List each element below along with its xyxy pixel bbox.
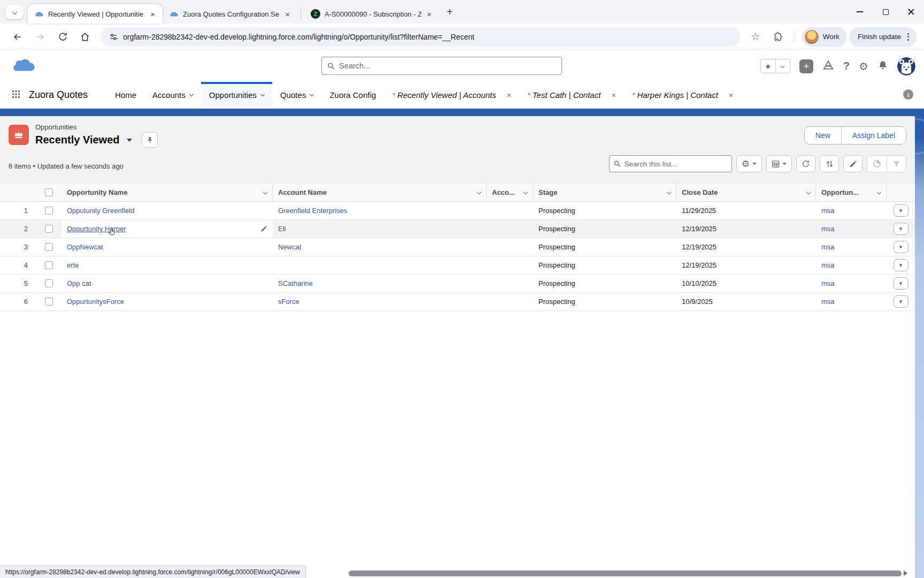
row-actions-button[interactable] [894,204,908,217]
row-actions-button[interactable] [894,295,908,308]
view-selector-caret-icon[interactable] [127,139,132,142]
tab-close-icon[interactable]: × [425,9,434,19]
nav-temp-tab-accounts[interactable]: *Recently Viewed | Accounts × [384,82,519,108]
opportunity-link[interactable]: Opputunity Greenfield [67,207,134,215]
opportunity-link[interactable]: Oppurtunity Harper [67,225,126,233]
column-header-acco[interactable]: Acco... [487,184,533,201]
assign-label-button[interactable]: Assign Label [841,127,906,144]
row-actions-button[interactable] [894,259,908,271]
info-icon[interactable]: i [903,89,913,100]
site-info-icon[interactable] [109,33,118,41]
new-tab-button[interactable]: + [442,4,457,19]
row-actions-button[interactable] [894,277,908,290]
scrollbar-right-arrow-icon[interactable] [904,571,907,576]
tab-search-button[interactable] [5,5,24,19]
filter-button[interactable] [887,156,906,172]
list-view-controls-button[interactable]: ⚙ [736,155,762,172]
favorites-caret-icon[interactable] [781,64,784,68]
global-search-box[interactable] [321,57,562,75]
pin-list-button[interactable] [142,132,158,148]
refresh-button[interactable] [796,155,815,172]
minimize-button[interactable] [847,0,873,24]
opportunity-link[interactable]: Opp cat [67,279,91,287]
select-all-checkbox[interactable] [45,188,53,196]
opportun-link[interactable]: msa [821,298,835,306]
row-checkbox[interactable] [45,298,53,306]
opportunity-link[interactable]: OppurtunitysForce [67,298,124,306]
help-button[interactable]: ? [843,60,850,72]
row-checkbox[interactable] [45,243,53,251]
opportunity-link[interactable]: erte [67,261,79,269]
nav-item-accounts[interactable]: Accounts [144,82,201,108]
tab-close-icon[interactable]: × [283,9,292,19]
row-checkbox[interactable] [45,261,53,269]
close-icon[interactable]: × [507,91,511,100]
notifications-button[interactable] [877,60,888,73]
back-button[interactable] [7,27,28,47]
chevron-down-icon[interactable] [189,92,194,96]
scrollbar-thumb[interactable] [349,571,902,576]
browser-tab[interactable]: Z A-S00000090 - Subscription - Z × [304,4,439,24]
row-actions-button[interactable] [894,223,908,235]
charts-button[interactable] [867,156,887,172]
guidance-center-button[interactable] [822,59,834,73]
nav-item-opportunities[interactable]: Opportunities [201,82,272,108]
column-header-account-name[interactable]: Account Name [273,184,487,201]
home-button[interactable] [75,27,95,47]
tab-close-icon[interactable]: × [148,9,157,19]
row-checkbox[interactable] [45,279,53,287]
browser-menu-icon[interactable] [906,31,910,43]
opportun-link[interactable]: msa [821,279,835,287]
nav-item-home[interactable]: Home [107,82,144,108]
sort-button[interactable] [820,155,839,172]
opportunity-link[interactable]: OppNewcat [67,243,103,251]
url-bar[interactable]: orgfarm-28298b2342-dev-ed.develop.lightn… [101,27,740,47]
column-header-opportunity-name[interactable]: Opportunity Name [61,184,273,201]
account-link[interactable]: Greenfield Enterprises [278,207,347,215]
opportun-link[interactable]: msa [821,243,835,251]
nav-temp-tab-test-cath[interactable]: *Test Cath | Contact × [519,82,624,108]
column-header-opportun[interactable]: Opportun... [816,184,887,201]
reload-button[interactable] [52,27,73,47]
maximize-button[interactable] [873,0,898,24]
inline-edit-button[interactable] [843,155,863,172]
column-header-stage[interactable]: Stage [533,184,676,201]
nav-temp-tab-harper-kings[interactable]: *Harper Kings | Contact × [624,82,742,108]
close-icon[interactable]: × [729,91,733,100]
nav-item-quotes[interactable]: Quotes [272,82,321,108]
global-search-input[interactable] [339,62,556,70]
inline-edit-pencil-icon[interactable] [260,225,267,232]
nav-item-zuora-config[interactable]: Zuora Config [321,82,384,108]
finish-update-button[interactable]: Finish update [849,27,917,47]
extensions-button[interactable] [768,27,788,47]
setup-gear-icon[interactable]: ⚙ [859,60,868,73]
list-search-box[interactable] [609,155,732,172]
chevron-down-icon[interactable] [310,92,314,96]
account-link[interactable]: sForce [278,298,299,306]
column-header-close-date[interactable]: Close Date [676,184,816,201]
browser-tab-active[interactable]: Recently Viewed | Opportunitie × [28,4,163,24]
opportun-link[interactable]: msa [821,207,835,215]
favorites-control[interactable]: ★ [760,59,790,73]
global-actions-button[interactable]: + [799,59,813,73]
favorites-star-icon[interactable]: ★ [761,59,776,73]
user-avatar[interactable] [897,57,915,75]
row-checkbox[interactable] [45,225,53,233]
display-as-button[interactable] [766,155,792,172]
app-launcher-icon[interactable] [12,90,20,101]
account-link[interactable]: Newcat [278,243,301,251]
close-icon[interactable]: × [611,91,615,100]
list-search-input[interactable] [624,160,727,168]
row-actions-button[interactable] [894,241,908,253]
horizontal-scrollbar[interactable] [349,570,913,576]
opportun-link[interactable]: msa [821,225,835,233]
chevron-down-icon[interactable] [260,92,265,96]
account-link[interactable]: SCatharine [278,279,313,287]
new-button[interactable]: New [805,127,841,144]
opportun-link[interactable]: msa [821,261,835,269]
browser-tab[interactable]: Zuora Quotes Configuration Se × [163,4,297,24]
profile-chip[interactable]: Work [802,27,847,47]
bookmark-button[interactable]: ☆ [745,27,766,47]
account-link[interactable]: Ell [278,225,286,233]
row-checkbox[interactable] [45,207,53,215]
